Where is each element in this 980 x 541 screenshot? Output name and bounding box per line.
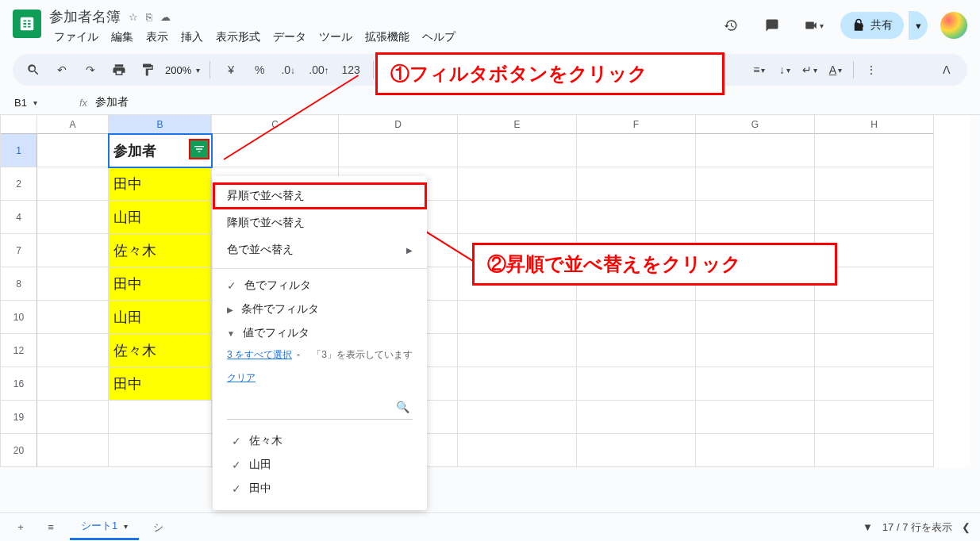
cell[interactable] — [696, 301, 815, 334]
row-header[interactable]: 19 — [1, 401, 37, 434]
align-button[interactable]: ≡▾ — [748, 59, 771, 81]
cell[interactable] — [577, 134, 696, 167]
cell[interactable] — [212, 134, 339, 167]
cell[interactable] — [577, 334, 696, 367]
cell[interactable] — [458, 401, 577, 434]
cell[interactable]: 田中 — [109, 367, 212, 401]
meet-icon[interactable]: ▾ — [799, 11, 828, 40]
star-icon[interactable]: ☆ — [129, 11, 138, 23]
cell[interactable] — [696, 401, 815, 434]
col-header-a[interactable]: A — [37, 115, 109, 134]
cell[interactable] — [458, 301, 577, 334]
cell[interactable] — [37, 301, 109, 334]
cell[interactable]: 田中 — [109, 167, 212, 201]
cell[interactable] — [696, 434, 815, 467]
redo-icon[interactable]: ↷ — [79, 59, 102, 81]
row-header[interactable]: 4 — [1, 201, 37, 234]
zoom-select[interactable]: 200%▾ — [165, 64, 200, 76]
cell[interactable] — [109, 401, 212, 434]
cell[interactable] — [37, 267, 109, 301]
row-header[interactable]: 16 — [1, 367, 37, 401]
menu-tools[interactable]: ツール — [314, 29, 357, 46]
menu-help[interactable]: ヘルプ — [417, 29, 460, 46]
filter-value-option[interactable]: ✓田中 — [227, 477, 413, 501]
cell[interactable] — [815, 334, 934, 367]
col-header-g[interactable]: G — [696, 115, 815, 134]
sort-asc-item[interactable]: 昇順で並べ替え — [213, 182, 427, 209]
menu-data[interactable]: データ — [268, 29, 311, 46]
cell[interactable] — [339, 134, 458, 167]
cell[interactable] — [458, 434, 577, 467]
filter-value-item[interactable]: ▼値でフィルタ — [213, 321, 427, 345]
cell[interactable] — [37, 334, 109, 367]
cell[interactable] — [458, 367, 577, 401]
row-header[interactable]: 1 — [1, 134, 37, 167]
cell[interactable] — [577, 301, 696, 334]
print-icon[interactable] — [108, 59, 130, 81]
undo-icon[interactable]: ↶ — [51, 59, 73, 81]
percent-button[interactable]: % — [248, 59, 271, 81]
cell[interactable] — [37, 134, 109, 167]
formula-text[interactable]: 参加者 — [95, 95, 129, 109]
cell[interactable] — [37, 401, 109, 434]
select-all-corner[interactable] — [1, 115, 37, 134]
cell[interactable] — [577, 401, 696, 434]
clear-link[interactable]: クリア — [227, 371, 256, 385]
cloud-icon[interactable]: ☁ — [160, 11, 171, 23]
cell[interactable] — [37, 367, 109, 401]
share-dropdown[interactable]: ▾ — [909, 11, 928, 40]
select-all-link[interactable]: 3 をすべて選択 — [227, 348, 292, 362]
share-button[interactable]: 共有 — [840, 12, 904, 39]
cell[interactable] — [696, 134, 815, 167]
currency-button[interactable]: ¥ — [220, 59, 242, 81]
menu-edit[interactable]: 編集 — [106, 29, 138, 46]
cell[interactable]: 佐々木 — [109, 234, 212, 267]
cell[interactable] — [37, 434, 109, 467]
cell[interactable] — [577, 201, 696, 234]
cell[interactable] — [815, 401, 934, 434]
cell[interactable]: 田中 — [109, 267, 212, 301]
cell[interactable] — [815, 134, 934, 167]
more-button[interactable]: ⋮ — [860, 59, 882, 81]
filter-condition-item[interactable]: ▶条件でフィルタ — [213, 297, 427, 321]
history-icon[interactable] — [717, 11, 745, 40]
paint-format-icon[interactable] — [136, 59, 159, 81]
cell[interactable] — [815, 167, 934, 201]
cell[interactable] — [37, 234, 109, 267]
filter-search-input[interactable] — [227, 397, 413, 420]
sort-color-item[interactable]: 色で並べ替え▶ — [213, 236, 427, 263]
menu-file[interactable]: ファイル — [49, 29, 103, 46]
doc-title[interactable]: 参加者名簿 — [49, 7, 121, 26]
cell[interactable]: 山田 — [109, 201, 212, 234]
cell[interactable] — [458, 167, 577, 201]
all-sheets-button[interactable]: ≡ — [40, 516, 62, 539]
cell[interactable]: 山田 — [109, 301, 212, 334]
col-header-d[interactable]: D — [339, 115, 458, 134]
row-header[interactable]: 20 — [1, 434, 37, 467]
cell[interactable] — [815, 367, 934, 401]
row-header[interactable]: 7 — [1, 234, 37, 267]
dec-decimal-button[interactable]: .0↓ — [277, 59, 299, 81]
cell[interactable] — [458, 134, 577, 167]
fx-icon[interactable]: fx — [79, 97, 87, 109]
filter-search[interactable]: 🔍 — [227, 397, 413, 420]
col-header-h[interactable]: H — [815, 115, 934, 134]
search-icon[interactable] — [22, 59, 44, 81]
row-header[interactable]: 8 — [1, 267, 37, 301]
filter-value-option[interactable]: ✓山田 — [227, 453, 413, 477]
valign-button[interactable]: ↓▾ — [774, 59, 796, 81]
filter-value-option[interactable]: ✓佐々木 — [227, 429, 413, 453]
col-header-f[interactable]: F — [577, 115, 696, 134]
row-header[interactable]: 2 — [1, 167, 37, 201]
cell[interactable] — [815, 434, 934, 467]
cell[interactable] — [37, 167, 109, 201]
menu-view[interactable]: 表示 — [141, 29, 173, 46]
cell[interactable] — [696, 201, 815, 234]
sheet-tab-1[interactable]: シート1▾ — [70, 514, 139, 540]
spreadsheet-grid[interactable]: A B C D E F G H 1参加者2田中4山田7佐々木8田中10山田12佐… — [0, 115, 970, 467]
cell[interactable] — [37, 201, 109, 234]
menu-insert[interactable]: 挿入 — [176, 29, 208, 46]
explore-collapse-icon[interactable]: ❮ — [962, 521, 970, 533]
cell[interactable] — [815, 201, 934, 234]
name-box[interactable]: B1 ▾ — [8, 97, 71, 109]
